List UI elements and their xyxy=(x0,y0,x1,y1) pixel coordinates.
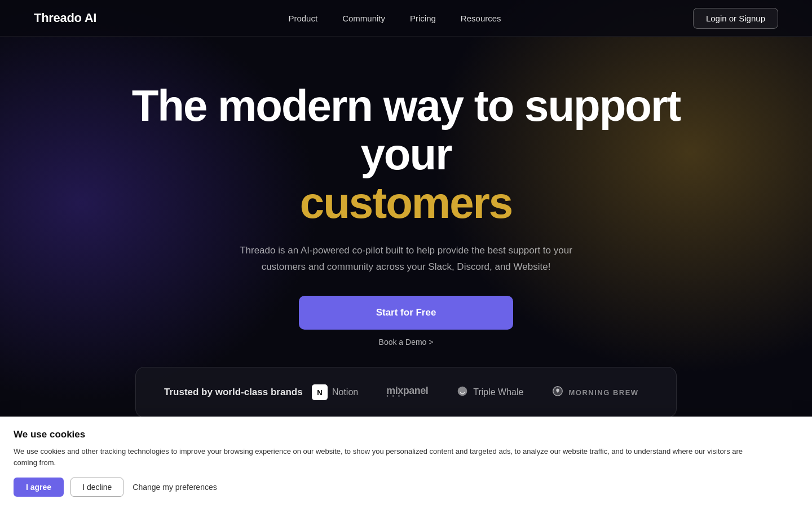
cookie-title: We use cookies xyxy=(14,429,798,440)
cookie-agree-button[interactable]: I agree xyxy=(14,478,64,497)
hero-title-line1: The modern way to support your xyxy=(132,81,681,179)
login-signup-button[interactable]: Login or Signup xyxy=(693,8,778,29)
hero-section: The modern way to support your customers… xyxy=(0,37,812,347)
nav-logo: Threado AI xyxy=(34,11,96,25)
brand-mixpanel: mixpanel • • • xyxy=(386,386,428,399)
nav-resources[interactable]: Resources xyxy=(451,9,511,28)
nav-product[interactable]: Product xyxy=(278,9,328,28)
morning-brew-icon xyxy=(551,385,564,400)
brand-morning-brew: Morning Brew xyxy=(551,385,638,400)
nav-community[interactable]: Community xyxy=(332,9,395,28)
cookie-preferences-link[interactable]: Change my preferences xyxy=(130,478,219,496)
trusted-label: Trusted by world-class brands xyxy=(164,387,303,398)
hero-title: The modern way to support your customers xyxy=(124,82,688,227)
start-for-free-button[interactable]: Start for Free xyxy=(299,296,513,330)
morning-brew-label: Morning Brew xyxy=(568,388,638,397)
cookie-actions: I agree I decline Change my preferences xyxy=(14,478,798,497)
brand-logos: N Notion mixpanel • • • Triple Whale xyxy=(303,384,648,400)
brand-notion: N Notion xyxy=(312,384,358,400)
cookie-text: We use cookies and other tracking techno… xyxy=(14,446,747,468)
mixpanel-dots: • • • xyxy=(386,393,428,399)
hero-title-accent: customers xyxy=(300,178,513,227)
navbar: Threado AI Product Community Pricing Res… xyxy=(0,0,812,37)
notion-icon: N xyxy=(312,384,328,400)
hero-subtitle: Threado is an AI-powered co-pilot built … xyxy=(226,243,586,275)
triple-whale-label: Triple Whale xyxy=(473,387,523,397)
cookie-banner: We use cookies We use cookies and other … xyxy=(0,417,812,508)
triple-whale-icon xyxy=(456,385,469,400)
trusted-brands-bar: Trusted by world-class brands N Notion m… xyxy=(135,367,677,418)
cookie-decline-button[interactable]: I decline xyxy=(70,478,123,497)
brand-triple-whale: Triple Whale xyxy=(456,385,523,400)
nav-pricing[interactable]: Pricing xyxy=(400,9,446,28)
hero-cta-group: Start for Free Book a Demo > xyxy=(0,296,812,347)
notion-label: Notion xyxy=(332,387,358,397)
nav-links: Product Community Pricing Resources xyxy=(278,9,511,28)
book-demo-link[interactable]: Book a Demo > xyxy=(379,338,434,347)
